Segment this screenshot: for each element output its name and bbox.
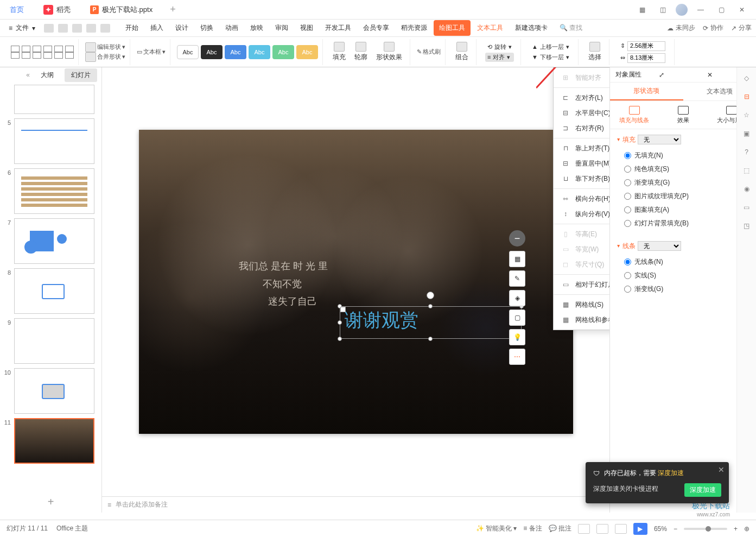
- menu-insert[interactable]: 插入: [145, 20, 169, 36]
- notification-close[interactable]: ✕: [718, 465, 725, 474]
- align-button[interactable]: ≡ 对齐 ▾: [485, 53, 514, 62]
- line-select[interactable]: 无: [638, 241, 681, 251]
- menu-gridlines[interactable]: ▦网格线(S): [554, 297, 609, 312]
- menu-text-tools[interactable]: 文本工具: [472, 20, 509, 36]
- style-swatch-6[interactable]: Abc: [296, 45, 318, 59]
- canvas[interactable]: 我们总 是在 时 光 里 不知不觉 迷失了自己 谢谢观赏 −: [102, 67, 609, 496]
- outline-button[interactable]: 轮廓: [351, 41, 371, 63]
- props-sub-fill[interactable]: 填充与线条: [610, 101, 659, 129]
- rotate-handle[interactable]: [427, 292, 434, 299]
- view-normal-button[interactable]: [578, 524, 590, 534]
- selected-textbox[interactable]: 谢谢观赏: [340, 306, 522, 339]
- pin-icon[interactable]: ⤢: [659, 71, 702, 79]
- rotate-button[interactable]: ⟲ 旋转 ▾: [485, 42, 514, 52]
- float-idea-icon[interactable]: 💡: [509, 329, 525, 345]
- side-ic-9[interactable]: ◳: [741, 220, 752, 231]
- format-painter-button[interactable]: ✎ 格式刷: [417, 48, 441, 56]
- style-swatch-5[interactable]: Abc: [272, 45, 294, 59]
- resize-handle[interactable]: [338, 337, 342, 341]
- zoom-slider[interactable]: [684, 528, 727, 530]
- menu-align-bottom[interactable]: ⊔靠下对齐(B): [554, 171, 609, 186]
- shape-elbow[interactable]: [11, 52, 20, 59]
- outline-tab[interactable]: 大纲: [34, 68, 60, 82]
- float-frame-icon[interactable]: ▢: [509, 309, 525, 326]
- new-tab-button[interactable]: +: [162, 4, 183, 15]
- fill-opt-solid[interactable]: 纯色填充(S): [618, 162, 748, 176]
- fill-opt-pattern[interactable]: 图案填充(A): [618, 203, 748, 217]
- props-tab-shape[interactable]: 形状选项: [610, 83, 683, 100]
- apps-icon[interactable]: ◫: [655, 2, 670, 17]
- side-ic-4[interactable]: ▣: [741, 128, 752, 139]
- slide-thumbnail[interactable]: [14, 168, 94, 214]
- slide-thumbnail[interactable]: [14, 118, 94, 164]
- tab-home[interactable]: 首页: [0, 1, 34, 19]
- add-slide-button[interactable]: +: [0, 491, 101, 513]
- menu-new-tab[interactable]: 新建选项卡: [510, 20, 553, 36]
- toolbar-icon-undo[interactable]: [86, 24, 96, 33]
- maximize-button[interactable]: ▢: [714, 2, 729, 17]
- edit-shape-button[interactable]: 编辑形状 ▾: [85, 42, 125, 52]
- tab-file[interactable]: P 极光下载站.pptx: [80, 1, 162, 19]
- menu-animation[interactable]: 动画: [220, 20, 244, 36]
- tab-docker[interactable]: ✦ 稻壳: [34, 1, 80, 19]
- shape-line[interactable]: [11, 46, 20, 52]
- menu-distribute-v[interactable]: ↕纵向分布(V): [554, 206, 609, 222]
- shape-tri[interactable]: [43, 52, 52, 59]
- minimize-button[interactable]: —: [693, 2, 708, 17]
- style-swatch-2[interactable]: Abc: [201, 45, 223, 59]
- menu-slideshow[interactable]: 放映: [245, 20, 269, 36]
- menu-relative-slide[interactable]: ▭相对于幻灯片(A): [554, 277, 609, 292]
- fill-opt-picture[interactable]: 图片或纹理填充(P): [618, 189, 748, 203]
- side-ic-8[interactable]: ▭: [741, 202, 752, 213]
- collapse-toolbar-button[interactable]: −: [509, 230, 525, 247]
- toolbar-icon-redo[interactable]: [100, 24, 110, 33]
- slide-thumbnail[interactable]: [14, 318, 94, 364]
- line-section-head[interactable]: 线条: [622, 242, 636, 251]
- zoom-out-button[interactable]: −: [674, 525, 677, 533]
- resize-handle[interactable]: [338, 320, 342, 325]
- fill-opt-slidebg[interactable]: 幻灯片背景填充(B): [618, 217, 748, 230]
- menu-guides[interactable]: ▦网格线和参考线(G)...: [554, 312, 609, 327]
- fill-opt-none[interactable]: 无填充(N): [618, 149, 748, 162]
- menu-devtools[interactable]: 开发工具: [320, 20, 357, 36]
- menu-design[interactable]: 设计: [170, 20, 194, 36]
- share-button[interactable]: ↗ 分享: [731, 23, 752, 33]
- zoom-in-button[interactable]: +: [734, 525, 738, 533]
- shape-more[interactable]: [65, 52, 74, 59]
- menu-align-left[interactable]: ⊏左对齐(L): [554, 90, 609, 105]
- collab-button[interactable]: ⟳ 协作: [703, 23, 723, 33]
- menu-align-hcenter[interactable]: ⊟水平居中(C): [554, 105, 609, 121]
- menu-review[interactable]: 审阅: [270, 20, 294, 36]
- notes-button[interactable]: ≡ 备注: [523, 524, 542, 533]
- send-backward-button[interactable]: ▼ 下移一层 ▾: [530, 53, 571, 62]
- style-swatch-3[interactable]: Abc: [225, 45, 246, 59]
- collapse-panel-icon[interactable]: «: [26, 71, 30, 79]
- slideshow-play-button[interactable]: ▶: [633, 523, 647, 535]
- fit-button[interactable]: ⊕: [744, 525, 749, 533]
- resize-handle[interactable]: [428, 337, 433, 341]
- style-swatch-1[interactable]: Abc: [177, 45, 199, 59]
- toolbar-icon-save[interactable]: [44, 24, 54, 33]
- side-ic-7[interactable]: ◉: [741, 184, 752, 194]
- resize-handle[interactable]: [428, 304, 433, 308]
- shape-arrow[interactable]: [22, 46, 30, 52]
- side-ic-6[interactable]: ⬚: [741, 165, 752, 176]
- float-more-icon[interactable]: ⋯: [509, 349, 525, 365]
- bring-forward-button[interactable]: ▲ 上移一层 ▾: [530, 42, 571, 52]
- side-ic-5[interactable]: ?: [741, 147, 752, 157]
- style-swatch-4[interactable]: Abc: [249, 45, 270, 59]
- fill-opt-gradient[interactable]: 渐变填充(G): [618, 176, 748, 189]
- select-button[interactable]: 选择: [585, 41, 605, 63]
- slides-tab[interactable]: 幻灯片: [65, 68, 97, 82]
- menu-align-right[interactable]: ⊐右对齐(R): [554, 121, 609, 136]
- textbox-button[interactable]: ▭ 文本框 ▾: [137, 48, 166, 56]
- notification-action-button[interactable]: 深度加速: [684, 483, 721, 497]
- smart-beautify-button[interactable]: ✨ 智能美化 ▾: [476, 524, 517, 533]
- menu-member[interactable]: 会员专享: [358, 20, 395, 36]
- slide-thumbnail[interactable]: [14, 218, 94, 264]
- width-input[interactable]: ⇔: [618, 53, 668, 64]
- fill-select[interactable]: 无: [638, 135, 681, 144]
- file-menu[interactable]: ≡ 文件 ▾: [4, 21, 40, 35]
- side-ic-3[interactable]: ☆: [741, 110, 752, 121]
- line-opt-solid[interactable]: 实线(S): [618, 269, 748, 282]
